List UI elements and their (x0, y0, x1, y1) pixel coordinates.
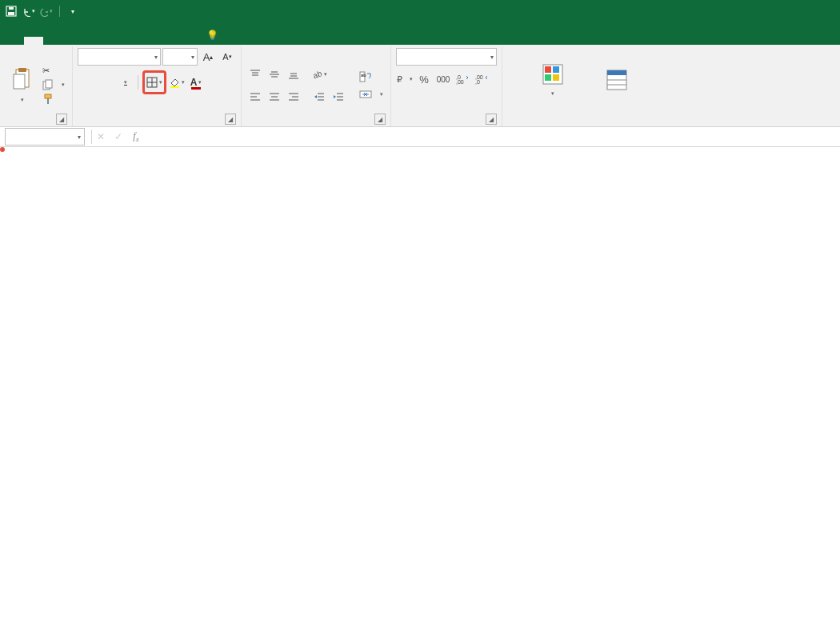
svg-rect-8 (45, 94, 51, 98)
align-center-icon[interactable] (266, 88, 283, 106)
number-format-combo[interactable]: ▾ (396, 48, 497, 66)
svg-rect-1 (8, 12, 14, 15)
svg-rect-2 (9, 7, 14, 10)
selection-highlight-box (0, 147, 5, 152)
worksheet-grid[interactable] (0, 147, 840, 638)
ribbon: ▾ ✂ ▾ ◢ ▾ ▾ A▴ A▾ (0, 45, 840, 127)
conditional-formatting-button[interactable]: ▾ (507, 48, 598, 113)
quick-access-toolbar: ▾ ▾ ▾ (0, 5, 84, 18)
percent-format-icon[interactable]: % (415, 70, 433, 88)
group-clipboard: ▾ ✂ ▾ ◢ (3, 46, 73, 126)
comma-format-icon[interactable]: 000 (434, 70, 452, 88)
svg-text:ab: ab (312, 69, 322, 80)
tab-view[interactable] (139, 37, 158, 45)
align-right-icon[interactable] (285, 88, 302, 106)
align-bottom-icon[interactable] (285, 66, 302, 83)
svg-rect-5 (14, 74, 25, 89)
undo-icon[interactable]: ▾ (22, 5, 35, 18)
svg-rect-4 (18, 68, 26, 72)
tab-data[interactable] (101, 37, 120, 45)
svg-text:ab: ab (361, 73, 366, 78)
brush-icon (42, 94, 54, 105)
decrease-font-icon[interactable]: A▾ (218, 48, 236, 66)
italic-button[interactable] (97, 74, 114, 91)
increase-decimal-icon[interactable]: ,0,00 (454, 70, 471, 88)
wrap-text-button[interactable]: ab (357, 70, 386, 83)
tab-page-layout[interactable] (62, 37, 82, 45)
cut-button[interactable]: ✂ (40, 65, 67, 77)
save-icon[interactable] (5, 5, 18, 18)
copy-button[interactable]: ▾ (40, 78, 67, 91)
tab-file[interactable] (5, 37, 24, 45)
accounting-format-icon[interactable]: ₽ (396, 70, 414, 88)
copy-icon (42, 79, 54, 90)
group-styles: ▾ (502, 46, 637, 126)
svg-rect-13 (170, 86, 179, 88)
name-box[interactable]: ▾ (5, 128, 85, 146)
tell-me[interactable]: 💡 (197, 26, 232, 45)
svg-text:,00: ,00 (456, 79, 464, 85)
svg-text:,0: ,0 (475, 79, 480, 85)
borders-button[interactable] (146, 74, 163, 91)
title-bar: ▾ ▾ ▾ (0, 0, 840, 22)
group-alignment: ab ab ▾ ◢ (242, 46, 391, 126)
svg-rect-14 (191, 87, 201, 90)
merge-center-button[interactable]: ▾ (357, 88, 386, 101)
bold-button[interactable] (78, 74, 95, 91)
underline-button[interactable] (116, 74, 134, 91)
increase-indent-icon[interactable] (330, 88, 347, 106)
svg-rect-7 (46, 80, 52, 88)
enter-formula-icon: ✓ (110, 128, 127, 146)
paste-button[interactable]: ▾ (8, 48, 37, 122)
align-top-icon[interactable] (246, 66, 264, 83)
bulb-icon: 💡 (206, 30, 218, 41)
format-painter-button[interactable] (40, 93, 67, 106)
svg-rect-50 (553, 66, 559, 73)
number-dialog-icon[interactable]: ◢ (486, 114, 497, 125)
tab-home[interactable] (24, 37, 43, 45)
svg-rect-51 (545, 74, 551, 81)
font-size-combo[interactable]: ▾ (162, 48, 198, 66)
tab-formulas[interactable] (82, 37, 101, 45)
increase-font-icon[interactable]: A▴ (199, 48, 217, 66)
font-dialog-icon[interactable]: ◢ (225, 114, 236, 125)
scissors-icon: ✂ (42, 66, 50, 76)
formula-bar: ▾ ✕ ✓ fx (0, 127, 840, 147)
alignment-dialog-icon[interactable]: ◢ (374, 114, 386, 125)
cancel-formula-icon: ✕ (92, 128, 110, 146)
formula-input[interactable] (145, 129, 840, 145)
tab-powerpivot[interactable] (178, 37, 197, 45)
tab-developer[interactable] (158, 37, 178, 45)
ribbon-tabs: 💡 (0, 22, 840, 45)
tab-insert[interactable] (43, 37, 62, 45)
tab-review[interactable] (120, 37, 139, 45)
fx-icon[interactable]: fx (127, 128, 145, 146)
clipboard-dialog-icon[interactable]: ◢ (56, 114, 67, 125)
qat-customize-icon[interactable]: ▾ (66, 5, 79, 18)
svg-text:₽: ₽ (397, 74, 402, 84)
group-number: ▾ ₽ % 000 ,0,00 ,00,0 ◢ (391, 46, 502, 126)
align-left-icon[interactable] (246, 88, 264, 106)
group-font: ▾ ▾ A▴ A▾ A ◢ (73, 46, 242, 126)
svg-rect-54 (607, 70, 626, 75)
svg-rect-9 (47, 98, 49, 104)
redo-icon[interactable]: ▾ (40, 5, 53, 18)
orientation-icon[interactable]: ab (310, 66, 328, 83)
font-name-combo[interactable]: ▾ (78, 48, 161, 66)
decrease-indent-icon[interactable] (310, 88, 328, 106)
format-as-table-button[interactable] (602, 48, 632, 113)
align-middle-icon[interactable] (266, 66, 283, 83)
decrease-decimal-icon[interactable]: ,00,0 (473, 70, 490, 88)
svg-rect-52 (553, 74, 559, 81)
font-color-button[interactable]: A (187, 74, 205, 91)
svg-rect-49 (545, 66, 551, 73)
fill-color-button[interactable] (168, 74, 186, 91)
